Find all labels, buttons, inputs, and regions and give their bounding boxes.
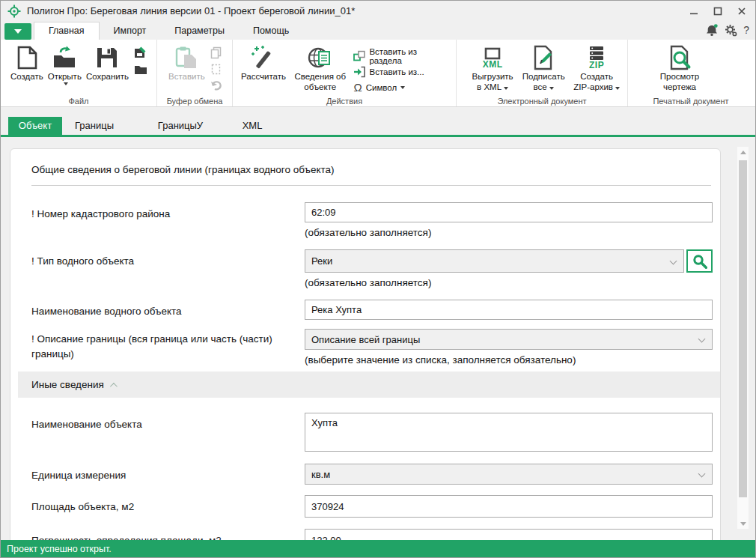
xml-glyph: XML — [483, 60, 503, 69]
window-controls — [682, 1, 754, 21]
ribbon-tab-main[interactable]: Главная — [34, 22, 100, 40]
border-desc-combo[interactable]: Описание всей границы — [305, 329, 713, 350]
dropdown-arrow-icon — [615, 87, 620, 90]
settings-gear-icon[interactable] — [725, 24, 737, 37]
field-row-water-name: Наименование водного объекта — [31, 300, 713, 320]
status-message: Проект успешно открыт. — [7, 544, 112, 554]
ribbon-group-file: Создать Открыть Сохранить — [1, 40, 157, 106]
tab-borders-u[interactable]: ГраницыУ — [144, 117, 216, 135]
scroll-up-button[interactable] — [737, 147, 749, 157]
sign-all-button[interactable]: Подписать все — [518, 43, 569, 94]
other-info-section-toggle[interactable]: Иные сведения — [18, 372, 720, 398]
open-folder-icon — [52, 45, 77, 70]
tab-object[interactable]: Объект — [8, 117, 62, 135]
xml-export-icon: XML — [480, 45, 505, 70]
object-info-button[interactable]: Сведения об объекте — [288, 43, 352, 94]
area-error-input[interactable] — [305, 529, 713, 540]
folder-icon — [133, 62, 147, 76]
save-as-icon — [133, 46, 147, 59]
field-row-area: Площадь объекта, м2 — [31, 495, 713, 518]
dropdown-arrow-icon — [14, 29, 22, 34]
minimize-button[interactable] — [682, 1, 706, 21]
object-name-input[interactable]: Хупта — [305, 413, 713, 452]
object-name-label: Наименование объекта — [31, 413, 305, 455]
tab-borders[interactable]: Границы — [65, 117, 124, 135]
water-name-label: Наименование водного объекта — [31, 300, 305, 320]
triangle-down-icon — [740, 522, 746, 526]
undo-arrow-icon — [210, 79, 223, 91]
symbol-button[interactable]: Ω Символ — [353, 79, 451, 95]
ribbon-group-clipboard: Вставить Буфер обмена — [157, 40, 233, 106]
chevron-down-icon — [698, 470, 706, 478]
field-row-unit: Единица измерения кв.м — [31, 464, 713, 485]
group-label-clipboard: Буфер обмена — [157, 97, 232, 106]
titlebar: Полигон Про: Береговая линия версии 01 -… — [1, 1, 755, 21]
group-label-pdoc: Печатный документ — [628, 97, 754, 106]
scrollbar-thumb[interactable] — [739, 160, 747, 497]
field-row-object-name: Наименование объекта Хупта — [31, 413, 713, 455]
export-xml-button[interactable]: XML Выгрузить в XML — [467, 43, 518, 94]
help-icon[interactable]: ? — [743, 24, 749, 36]
insert-from-button[interactable]: Вставить из... — [353, 64, 451, 79]
status-bar: Проект успешно открыт. — [1, 540, 755, 557]
scroll-down-button[interactable] — [737, 518, 749, 529]
field-row-district: ! Номер кадастрового района (обязательно… — [31, 202, 713, 238]
district-input[interactable] — [305, 202, 713, 222]
water-type-search-button[interactable] — [686, 249, 713, 273]
undo-button[interactable] — [209, 79, 224, 92]
triangle-up-icon — [740, 151, 746, 154]
divider — [31, 185, 711, 186]
paste-button[interactable]: Вставить — [166, 43, 207, 84]
form-card: Общие сведения о береговой линии (границ… — [10, 148, 721, 540]
ribbon-tab-help[interactable]: Помощь — [239, 22, 303, 40]
create-button[interactable]: Создать — [8, 43, 46, 84]
area-input[interactable] — [305, 495, 713, 518]
close-button[interactable] — [730, 1, 754, 21]
notifications-bell-icon[interactable] — [705, 23, 719, 37]
unit-label: Единица измерения — [31, 464, 305, 485]
section-title: Общие сведения о береговой линии (границ… — [31, 164, 713, 175]
area-label: Площадь объекта, м2 — [31, 495, 305, 518]
district-hint: (обязательно заполняется) — [305, 227, 713, 238]
app-menu-button[interactable] — [4, 23, 31, 40]
save-button[interactable]: Сохранить — [84, 43, 131, 84]
titlebar-utility-icons: ? — [705, 23, 749, 37]
app-window: Полигон Про: Береговая линия версии 01 -… — [0, 0, 756, 558]
drawing-preview-button[interactable]: Просмотр чертежа — [649, 43, 710, 94]
ribbon-tab-import[interactable]: Импорт — [100, 22, 161, 40]
paste-clipboard-icon — [174, 45, 199, 70]
zip-glyph: ZIP — [589, 61, 604, 70]
tab-xml[interactable]: XML — [228, 117, 276, 135]
insert-from-section-button[interactable]: Вставить из раздела — [353, 48, 451, 64]
ribbon: Создать Открыть Сохранить — [1, 40, 755, 107]
field-row-area-error: Погрешность определения площади, м2 — [31, 529, 713, 540]
copy-button[interactable] — [209, 46, 224, 59]
dropdown-arrow-icon — [400, 86, 405, 89]
sign-document-icon — [531, 45, 556, 70]
ribbon-group-edoc: XML Выгрузить в XML Подписать все ZIP Со… — [457, 40, 628, 106]
unit-combo[interactable]: кв.м — [305, 464, 713, 485]
dropdown-arrow-icon — [549, 87, 554, 90]
insert-from-icon — [353, 66, 365, 78]
save-as-button[interactable] — [132, 46, 147, 59]
vertical-scrollbar[interactable] — [737, 147, 749, 529]
area-error-label: Погрешность определения площади, м2 — [31, 529, 305, 540]
border-desc-label: ! Описание границы (вся граница или част… — [31, 329, 305, 366]
dropdown-arrow-icon — [64, 82, 68, 85]
water-type-hint: (обязательно заполняется) — [305, 277, 713, 288]
create-zip-button[interactable]: ZIP Создать ZIP-архив — [569, 43, 624, 94]
calculate-button[interactable]: Рассчитать — [239, 43, 288, 84]
save-floppy-icon — [94, 45, 120, 70]
open-button[interactable]: Открыть — [46, 43, 84, 90]
group-label-edoc: Электронный документ — [457, 97, 627, 106]
paste-special-button[interactable] — [209, 62, 224, 76]
zip-archive-icon: ZIP — [584, 45, 609, 70]
water-name-input[interactable] — [305, 300, 713, 320]
ribbon-tab-row: Главная Импорт Параметры Помощь ? — [1, 21, 755, 40]
maximize-button[interactable] — [706, 1, 730, 21]
window-title: Полигон Про: Береговая линия версии 01 -… — [27, 5, 355, 16]
district-label: ! Номер кадастрового района — [31, 202, 305, 238]
ribbon-tab-parameters[interactable]: Параметры — [160, 22, 239, 40]
water-type-combo[interactable]: Реки — [305, 249, 684, 273]
close-project-button[interactable] — [132, 62, 147, 76]
